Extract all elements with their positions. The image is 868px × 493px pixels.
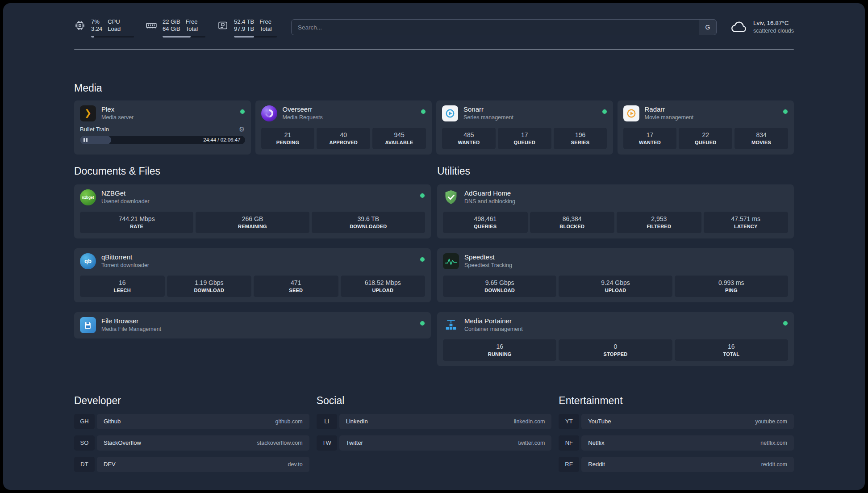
settings-gear-icon[interactable]: ⚙ [239,126,245,133]
stat-label: AVAILABLE [374,140,425,145]
service-card-nzbget[interactable]: nzbget NZBGet Usenet downloader 744.21 M… [74,184,431,238]
cpu-widget: 7% 3.24 CPU Load [74,18,134,38]
disk-usage-bar [234,36,277,38]
stat-value: 22 [680,131,731,138]
stat-value: 17 [499,131,550,138]
service-card-plex[interactable]: ❯ Plex Media server Bullet Train ⚙ [74,100,251,155]
cpu-label: CPU [108,18,121,25]
stat-tile: 17 QUEUED [498,128,551,149]
sonarr-icon [442,105,458,121]
bookmark-abbr: SO [74,435,95,451]
stat-label: QUEUED [499,140,550,145]
service-desc: Usenet downloader [101,198,150,205]
stat-value: 834 [736,131,787,138]
memory-total-value: 64 GiB [163,25,180,33]
playback-progress-bar[interactable]: 24:44 / 02:06:47 [80,136,245,144]
stat-value: 744.21 Mbps [81,215,192,222]
bookmark-youtube[interactable]: YT YouTube youtube.com [559,414,794,429]
memory-free-label: Free [186,18,198,25]
stat-value: 471 [255,279,337,286]
memory-usage-bar [163,36,205,38]
stat-value: 21 [263,131,313,138]
service-card-portainer[interactable]: Media Portainer Container management 16 … [437,312,794,366]
speedtest-graph-icon [443,253,459,269]
service-name: AdGuard Home [464,189,515,198]
memory-icon [146,20,157,31]
search-input[interactable] [291,19,717,35]
bookmark-name: Twitter [346,439,363,446]
stat-value: 498,461 [444,215,526,222]
stat-tile: 40 APPROVED [317,128,370,149]
service-card-adguard[interactable]: AdGuard Home DNS and adblocking 498,461 … [437,184,794,238]
pause-icon[interactable] [83,138,88,142]
stat-value: 618.52 Mbps [342,279,424,286]
service-desc: Container management [464,326,523,333]
stat-label: QUERIES [444,224,526,229]
bookmark-linkedin[interactable]: LI LinkedIn linkedin.com [317,414,552,429]
adguard-shield-icon [443,189,459,205]
weather-widget: Lviv, 16.87°C scattered clouds [730,19,794,34]
bookmark-github[interactable]: GH Github github.com [74,414,309,429]
service-name: Media Portainer [464,317,523,326]
service-card-qbittorrent[interactable]: qb qBittorrent Torrent downloader 16 LEE… [74,248,431,302]
stat-tile: 2,953 FILTERED [617,212,701,233]
service-card-speedtest[interactable]: Speedtest Speedtest Tracking 9.65 Gbps D… [437,248,794,302]
stat-tile: 498,461 QUERIES [443,212,528,233]
bookmark-dev[interactable]: DT DEV dev.to [74,457,309,472]
stat-value: 47.571 ms [705,215,787,222]
disk-total-label: Total [259,25,271,33]
stat-label: BLOCKED [531,224,613,229]
service-card-filebrowser[interactable]: File Browser Media File Management [74,312,431,338]
stat-tile: 1.19 Gbps DOWNLOAD [167,276,252,297]
cpu-load-label: Load [108,25,121,33]
stat-tile: 16 LEECH [80,276,165,297]
stat-value: 16 [676,343,787,350]
stat-label: FILTERED [618,224,700,229]
service-desc: Media server [101,114,134,121]
status-dot [783,109,788,114]
stat-value: 86,384 [531,215,613,222]
cloud-icon [730,19,748,34]
stat-label: SERIES [555,140,606,145]
service-name: Radarr [645,105,694,114]
service-card-sonarr[interactable]: Sonarr Series management 485 WANTED 17 Q… [436,100,613,155]
stat-label: DOWNLOAD [168,288,250,293]
stat-label: REMAINING [197,224,308,229]
service-name: Speedtest [464,253,512,262]
bookmark-name: YouTube [588,418,611,425]
status-dot [420,257,425,262]
stat-tile: 86,384 BLOCKED [530,212,615,233]
bookmark-netflix[interactable]: NF Netflix netflix.com [559,435,794,451]
stat-tile: 485 WANTED [442,128,496,149]
plex-now-playing: Bullet Train ⚙ 24:44 / 02:06:47 [80,126,245,144]
radarr-icon [623,105,639,121]
bookmark-stackoverflow[interactable]: SO StackOverflow stackoverflow.com [74,435,309,451]
resource-widgets: 7% 3.24 CPU Load [74,18,277,38]
service-card-radarr[interactable]: Radarr Movie management 17 WANTED 22 QUE… [618,100,794,155]
section-title-social: Social [317,395,552,407]
bookmark-abbr: RE [559,457,579,472]
stat-tile: 9.24 Gbps UPLOAD [559,276,672,297]
overseerr-icon [261,105,277,121]
bookmark-reddit[interactable]: RE Reddit reddit.com [559,457,794,472]
service-desc: Series management [463,114,513,121]
stat-label: MOVIES [736,140,787,145]
stat-tile: 834 MOVIES [734,128,788,149]
search-provider-button[interactable]: G [699,19,717,35]
hard-disk-icon [217,20,229,31]
stat-tile: 266 GB REMAINING [196,212,309,233]
bookmark-name: Netflix [588,439,604,446]
status-dot [602,109,607,114]
stat-value: 196 [555,131,606,138]
disk-total-value: 97.9 TB [234,25,254,33]
bookmark-twitter[interactable]: TW Twitter twitter.com [317,435,552,451]
service-card-overseerr[interactable]: Overseerr Media Requests 21 PENDING 40 A… [255,100,432,155]
stat-label: APPROVED [318,140,369,145]
cpu-percent: 7% [91,18,102,25]
service-name: Overseerr [283,105,323,114]
bookmark-url: linkedin.com [514,418,545,425]
header-divider [74,49,794,50]
stat-value: 9.24 Gbps [560,279,671,286]
bookmark-url: netflix.com [760,440,787,446]
filebrowser-icon [80,317,96,333]
